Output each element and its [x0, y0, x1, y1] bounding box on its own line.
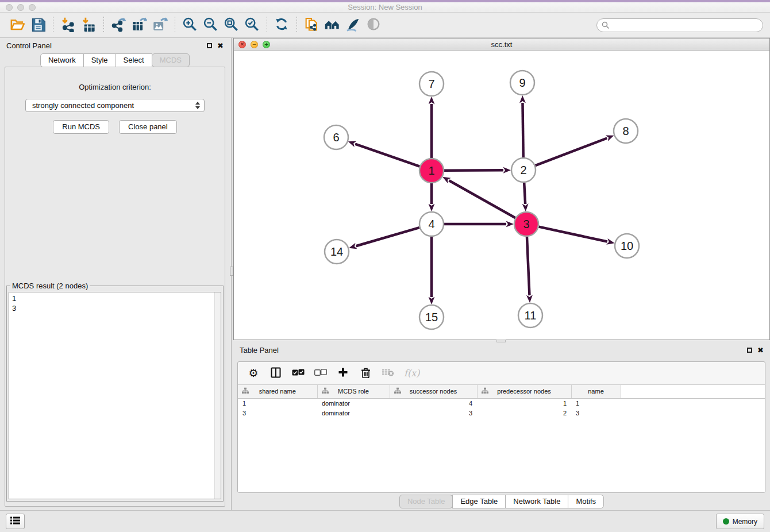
first-neighbors-button[interactable]: [322, 16, 342, 35]
control-panel-tabs: Network Style Select MCDS: [0, 53, 230, 67]
network-window-titlebar[interactable]: ✕ − + scc.txt: [234, 38, 769, 51]
column-header-mcds-role[interactable]: MCDS role: [317, 385, 390, 398]
tab-node-table[interactable]: Node Table: [399, 495, 453, 508]
delete-table-button[interactable]: [382, 367, 394, 380]
zoom-selected-button[interactable]: [241, 16, 262, 35]
refresh-layout-button[interactable]: [271, 16, 292, 35]
select-all-button[interactable]: [292, 367, 305, 380]
delete-column-button[interactable]: [359, 367, 372, 380]
graph-node-10[interactable]: 10: [615, 234, 639, 258]
tab-mcds[interactable]: MCDS: [152, 53, 190, 67]
zoom-in-button[interactable]: [179, 16, 200, 35]
maximize-window-button[interactable]: [29, 4, 36, 11]
graph-node-2[interactable]: 2: [511, 158, 536, 182]
graph-edge-2-8[interactable]: [536, 138, 607, 165]
close-panel-icon[interactable]: ✖: [757, 348, 764, 353]
graph-node-11[interactable]: 11: [518, 303, 542, 327]
tab-edge-table[interactable]: Edge Table: [452, 495, 506, 508]
export-image-button[interactable]: [149, 16, 170, 35]
column-header-name[interactable]: name: [571, 385, 621, 398]
close-panel-icon[interactable]: ✖: [217, 43, 224, 48]
tab-style[interactable]: Style: [83, 53, 116, 67]
table-row[interactable]: 3 dominator 3 2 3: [238, 408, 765, 418]
tab-select[interactable]: Select: [116, 53, 152, 67]
open-session-button[interactable]: [7, 16, 28, 35]
column-header-shared-name[interactable]: shared name: [238, 385, 317, 398]
splitter-handle[interactable]: [496, 340, 506, 342]
network-maximize-button[interactable]: +: [263, 41, 270, 48]
function-builder-button[interactable]: f(x): [404, 367, 419, 380]
graph-edge-2-3[interactable]: [524, 183, 525, 204]
table-settings-button[interactable]: ⚙: [247, 367, 260, 380]
table-panel-content: ⚙: [237, 361, 765, 493]
graph-node-4[interactable]: 4: [419, 212, 444, 236]
network-graph[interactable]: 7968124314101511: [234, 51, 769, 339]
cell-mcds-role[interactable]: dominator: [317, 398, 390, 408]
network-minimize-button[interactable]: −: [251, 41, 258, 48]
zoom-fit-button[interactable]: [221, 16, 241, 35]
float-panel-icon[interactable]: [207, 43, 212, 48]
task-history-button[interactable]: [6, 514, 25, 529]
network-canvas[interactable]: 7968124314101511: [234, 51, 769, 340]
cell-shared-name[interactable]: 1: [238, 398, 317, 408]
graph-node-14[interactable]: 14: [325, 240, 349, 264]
graph-edge-3-1[interactable]: [449, 180, 515, 218]
cell-predecessor-nodes[interactable]: 1: [477, 398, 571, 408]
network-close-button[interactable]: ✕: [238, 41, 246, 48]
toolbar-separator: [266, 17, 267, 34]
search-input[interactable]: [596, 18, 763, 32]
cell-mcds-role[interactable]: dominator: [317, 408, 390, 418]
zoom-out-button[interactable]: [200, 16, 221, 35]
tab-network-table[interactable]: Network Table: [505, 495, 568, 508]
cell-successor-nodes[interactable]: 3: [390, 408, 477, 418]
vertical-splitter[interactable]: [230, 38, 233, 510]
table-header-row: shared name MCDS role successor nodes pr…: [238, 385, 765, 398]
graph-node-15[interactable]: 15: [419, 305, 444, 329]
graph-node-3[interactable]: 3: [514, 212, 538, 236]
add-column-button[interactable]: [337, 367, 349, 380]
control-panel-title: Control Panel: [6, 41, 52, 50]
graph-edge-1-6[interactable]: [355, 144, 419, 167]
tab-motifs[interactable]: Motifs: [568, 495, 604, 508]
graph-edge-4-14[interactable]: [356, 228, 419, 246]
column-header-predecessor-nodes[interactable]: predecessor nodes: [477, 385, 571, 398]
tab-network[interactable]: Network: [40, 53, 84, 67]
import-table-button[interactable]: [78, 16, 99, 35]
graph-edge-2-9[interactable]: [522, 103, 523, 157]
optimization-criterion-dropdown[interactable]: strongly connected component: [25, 99, 205, 112]
run-mcds-button[interactable]: Run MCDS: [53, 120, 109, 134]
save-session-button[interactable]: [28, 16, 48, 35]
cell-shared-name[interactable]: 3: [238, 408, 317, 418]
graph-node-9[interactable]: 9: [510, 71, 534, 95]
close-window-button[interactable]: [6, 4, 13, 11]
graph-node-7[interactable]: 7: [419, 72, 444, 96]
mcds-result-text[interactable]: 1 3: [9, 292, 214, 499]
column-header-successor-nodes[interactable]: successor nodes: [390, 385, 477, 398]
cell-name[interactable]: 3: [571, 408, 621, 418]
horizontal-splitter[interactable]: [233, 340, 770, 342]
show-column-button[interactable]: [270, 367, 282, 380]
float-panel-icon[interactable]: [747, 348, 752, 353]
graph-edge-1-2[interactable]: [444, 170, 503, 171]
close-panel-button[interactable]: Close panel: [119, 120, 177, 134]
graph-edge-3-10[interactable]: [538, 227, 607, 242]
splitter-handle[interactable]: [230, 267, 233, 276]
export-network-button[interactable]: [108, 16, 129, 35]
graph-node-6[interactable]: 6: [324, 125, 348, 149]
memory-button[interactable]: Memory: [716, 514, 764, 529]
cell-predecessor-nodes[interactable]: 2: [477, 408, 571, 418]
graph-node-1[interactable]: 1: [419, 159, 444, 183]
cell-name[interactable]: 1: [571, 398, 621, 408]
graph-edge-3-11[interactable]: [527, 237, 529, 295]
eye-button[interactable]: [363, 16, 384, 35]
export-table-button[interactable]: [129, 16, 149, 35]
minimize-window-button[interactable]: [17, 4, 24, 11]
table-row[interactable]: 1 dominator 4 1 1: [238, 398, 765, 408]
result-scrollbar[interactable]: [214, 292, 221, 499]
graph-node-8[interactable]: 8: [614, 119, 638, 143]
copy-network-button[interactable]: [301, 16, 322, 35]
cell-successor-nodes[interactable]: 4: [390, 398, 477, 408]
show-graphics-button[interactable]: [342, 16, 363, 35]
import-network-button[interactable]: [57, 16, 78, 35]
deselect-all-button[interactable]: [314, 367, 327, 380]
